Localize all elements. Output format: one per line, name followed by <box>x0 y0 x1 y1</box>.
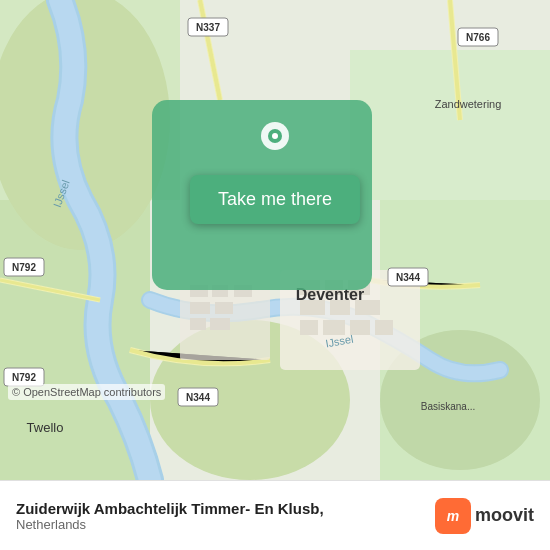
svg-text:Basiskana...: Basiskana... <box>421 401 475 412</box>
svg-rect-5 <box>350 50 550 200</box>
map-container: N337 N766 N792 N792 N344 N344 Deventer T… <box>0 0 550 480</box>
svg-rect-29 <box>190 302 210 314</box>
place-name: Zuiderwijk Ambachtelijk Timmer- En Klusb… <box>16 500 425 517</box>
svg-text:N792: N792 <box>12 262 36 273</box>
svg-text:N344: N344 <box>186 392 210 403</box>
svg-text:N792: N792 <box>12 372 36 383</box>
svg-text:Twello: Twello <box>27 420 64 435</box>
place-info: Zuiderwijk Ambachtelijk Timmer- En Klusb… <box>16 500 425 532</box>
moovit-logo: m moovit <box>435 498 534 534</box>
svg-rect-21 <box>300 320 318 335</box>
svg-rect-22 <box>323 320 345 335</box>
svg-text:N337: N337 <box>196 22 220 33</box>
place-country: Netherlands <box>16 517 425 532</box>
svg-rect-30 <box>215 302 233 314</box>
svg-rect-32 <box>210 318 230 330</box>
moovit-brand-name: moovit <box>475 505 534 526</box>
copyright-text: © OpenStreetMap contributors <box>8 384 165 400</box>
svg-text:N766: N766 <box>466 32 490 43</box>
svg-point-54 <box>272 133 278 139</box>
svg-text:N344: N344 <box>396 272 420 283</box>
svg-rect-24 <box>375 320 393 335</box>
svg-rect-23 <box>350 320 370 335</box>
svg-text:Zandwetering: Zandwetering <box>435 98 502 110</box>
bottom-bar: Zuiderwijk Ambachtelijk Timmer- En Klusb… <box>0 480 550 550</box>
location-pin <box>253 120 297 164</box>
take-me-there-button[interactable]: Take me there <box>190 175 360 224</box>
moovit-icon: m <box>435 498 471 534</box>
svg-rect-31 <box>190 318 206 330</box>
